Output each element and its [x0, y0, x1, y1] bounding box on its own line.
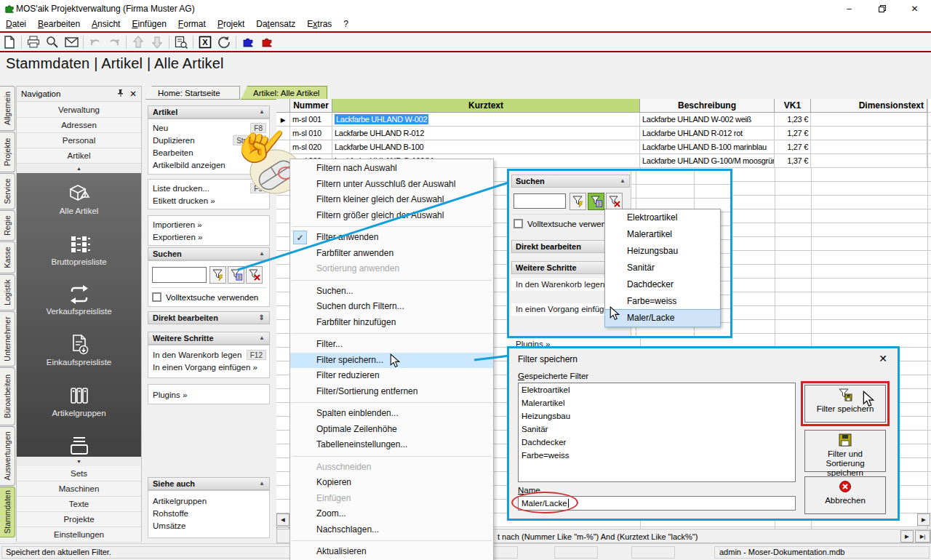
- nav-item-maschinen[interactable]: Maschinen: [17, 481, 141, 497]
- nav-item-artikel[interactable]: Artikel: [17, 148, 141, 164]
- last-record-button[interactable]: ▶|: [915, 530, 930, 543]
- action-etikett-drucken[interactable]: Etikett drucken »: [148, 195, 269, 207]
- menu-datei[interactable]: Datei: [0, 17, 32, 31]
- menu-hilfe[interactable]: ?: [337, 17, 354, 31]
- sidebar-tab-bueroarbeiten[interactable]: Büroarbeiten: [0, 367, 15, 425]
- link-umsaetze[interactable]: Umsätze: [148, 520, 269, 532]
- cell-dimensionstext[interactable]: [811, 113, 927, 127]
- action-duplizieren[interactable]: DuplizierenStrg+F8: [148, 135, 269, 147]
- section-header-suchen[interactable]: Suchen▲: [148, 247, 270, 260]
- sidebar-tab-projekte[interactable]: Projekte: [0, 132, 15, 172]
- listbox-item[interactable]: Heizungsbau: [519, 409, 795, 423]
- column-header-vk1[interactable]: VK1: [775, 99, 811, 113]
- sidebar-tab-service[interactable]: Service: [0, 173, 15, 209]
- refresh-icon[interactable]: [215, 33, 233, 50]
- abbrechen-button[interactable]: Abbrechen: [804, 476, 886, 514]
- cell-nummer[interactable]: m-sl 020: [290, 140, 332, 154]
- menu-item-filter-reduzieren[interactable]: Filter reduzieren: [290, 368, 493, 384]
- cell-beschreibung[interactable]: Lackfarbe UHLAND W-002 weiß: [640, 113, 775, 127]
- menu-item-filtern-ausschluss[interactable]: Filtern unter Ausschluß der Auswahl: [290, 177, 493, 193]
- nav-item-einstellungen[interactable]: Einstellungen: [17, 527, 141, 543]
- cell-vk1[interactable]: 1,27 €: [775, 140, 811, 154]
- listbox-item[interactable]: Farbe=weiss: [519, 449, 795, 462]
- close-panel-icon[interactable]: ✕: [129, 89, 137, 99]
- excel-export-icon[interactable]: X: [196, 33, 215, 50]
- new-document-icon[interactable]: [0, 33, 19, 50]
- dropdown-item-farbe-weiss[interactable]: Farbe=weiss: [605, 293, 720, 310]
- menu-item-nachschlagen[interactable]: Nachschlagen...: [290, 522, 493, 538]
- menu-item-aktualisieren[interactable]: Aktualisieren: [290, 544, 493, 560]
- report-preview-icon[interactable]: [172, 33, 191, 50]
- sidebar-tab-kasse[interactable]: Kasse: [0, 241, 15, 273]
- popup-saved-filters-button-pressed[interactable]: [588, 193, 604, 210]
- app-bruttopreisliste[interactable]: Bruttopreisliste: [17, 233, 141, 266]
- saved-filters-button[interactable]: [228, 266, 244, 284]
- app-artikelgruppen[interactable]: Artikelgruppen: [17, 385, 141, 417]
- menu-bearbeiten[interactable]: Bearbeiten: [32, 17, 86, 31]
- action-importieren[interactable]: Importieren »: [148, 219, 269, 231]
- nav-item-sets[interactable]: Sets: [17, 466, 141, 481]
- tab-home-startseite[interactable]: Home: Startseite: [145, 86, 240, 100]
- sidebar-tab-allgemein[interactable]: Allgemein: [0, 86, 15, 131]
- menu-datensatz[interactable]: Datensatz: [250, 17, 301, 31]
- app-einkaufspreisliste[interactable]: Einkaufspreisliste: [17, 334, 141, 367]
- cell-beschreibung[interactable]: Lackfarbe UHLAND B-100 marinblau: [640, 140, 775, 154]
- popup-filter-search-button[interactable]: [570, 193, 586, 210]
- menu-item-filter-sortierung-entfernen[interactable]: Filter/Sortierung entfernen: [290, 384, 493, 400]
- menu-format[interactable]: Format: [172, 17, 212, 31]
- section-header-weitere-schritte[interactable]: Weitere Schritte▲: [148, 332, 270, 345]
- action-liste-drucken[interactable]: Liste drucken...F9: [148, 183, 269, 195]
- popup-suchen-header[interactable]: Suchen▲: [511, 175, 630, 188]
- popup-fulltext-checkbox[interactable]: [514, 219, 523, 228]
- fulltext-checkbox-row[interactable]: Volltextsuche verwenden: [152, 292, 258, 302]
- plugin-red-icon[interactable]: [257, 33, 276, 50]
- tab-artikel-alle-artikel[interactable]: Artikel: Alle Artikel ✕: [241, 86, 327, 100]
- scroll-left-button[interactable]: ◀: [276, 513, 289, 526]
- restore-button[interactable]: [866, 0, 898, 17]
- action-plugins[interactable]: Plugins »: [148, 389, 269, 401]
- filter-speichern-button[interactable]: Filter speichern: [804, 385, 886, 423]
- cell-vk1[interactable]: 1,27 €: [775, 127, 811, 140]
- dropdown-item-maler-lacke[interactable]: Maler/Lacke: [605, 310, 720, 327]
- minimize-button[interactable]: –: [833, 0, 866, 17]
- print-preview-icon[interactable]: [43, 33, 62, 50]
- popup-remove-filter-button[interactable]: [606, 193, 623, 210]
- action-vorgang-einfuegen[interactable]: In einen Vorgang einfügen »: [148, 361, 269, 374]
- pin-icon[interactable]: [116, 89, 125, 99]
- cell-dimensionstext[interactable]: [811, 127, 927, 140]
- menu-projekt[interactable]: Projekt: [212, 17, 250, 31]
- sidebar-tab-regie[interactable]: Regie: [0, 210, 15, 241]
- action-neu[interactable]: NeuF8: [148, 122, 269, 135]
- dropdown-item-elektroartikel[interactable]: Elektroartikel: [605, 209, 720, 226]
- menu-item-spalten-einblenden[interactable]: Spalten einblenden...: [290, 406, 493, 422]
- close-button[interactable]: ✕: [898, 0, 931, 17]
- filter-search-button[interactable]: [209, 266, 226, 284]
- dropdown-item-sanitaer[interactable]: Sanitär: [605, 260, 720, 276]
- email-icon[interactable]: [62, 33, 81, 50]
- cell-vk1[interactable]: 1,23 €: [775, 113, 811, 127]
- app-alle-artikel[interactable]: Alle Artikel: [17, 183, 141, 215]
- column-header-kurztext[interactable]: Kurztext: [332, 99, 640, 113]
- cell-vk1[interactable]: 1,37 €: [775, 154, 811, 168]
- link-artikelgruppen[interactable]: Artikelgruppen: [148, 495, 269, 508]
- menu-ansicht[interactable]: Ansicht: [86, 17, 126, 31]
- menu-item-farbfilter-hinzufuegen[interactable]: Farbfilter hinzufügen: [290, 315, 493, 331]
- cell-dimensionstext[interactable]: [811, 154, 927, 168]
- cell-kurztext-selected[interactable]: Lackfarbe UHLAND W-002: [332, 113, 640, 127]
- cell-nummer[interactable]: m-sl 010: [290, 127, 332, 140]
- print-icon[interactable]: [24, 33, 43, 50]
- nav-scroll-up[interactable]: ▲: [17, 164, 141, 173]
- cell-kurztext[interactable]: Lackfarbe UHLAND B-100: [332, 140, 640, 154]
- menu-item-filter-speichern[interactable]: Filter speichern...: [290, 353, 493, 369]
- menu-einfuegen[interactable]: Einfügen: [126, 17, 172, 31]
- action-artikelbild[interactable]: Artikelbild anzeigen: [148, 159, 269, 172]
- menu-item-filter[interactable]: Filter...: [290, 337, 493, 353]
- dialog-close-icon[interactable]: ✕: [879, 353, 887, 364]
- menu-item-filter-anwenden[interactable]: ✓Filter anwenden: [290, 230, 493, 246]
- sidebar-tab-auswertungen[interactable]: Auswertungen: [0, 426, 15, 486]
- menu-item-optimale-zeilenhoehe[interactable]: Optimale Zeilenhöhe: [290, 422, 493, 438]
- app-partial-printer-icon[interactable]: [17, 433, 141, 457]
- cell-beschreibung[interactable]: Lackfarbe UHLAND G-100/M moosgrün matt: [640, 154, 775, 168]
- cell-dimensionstext[interactable]: [811, 140, 927, 154]
- column-header-nummer[interactable]: Nummer: [290, 99, 332, 113]
